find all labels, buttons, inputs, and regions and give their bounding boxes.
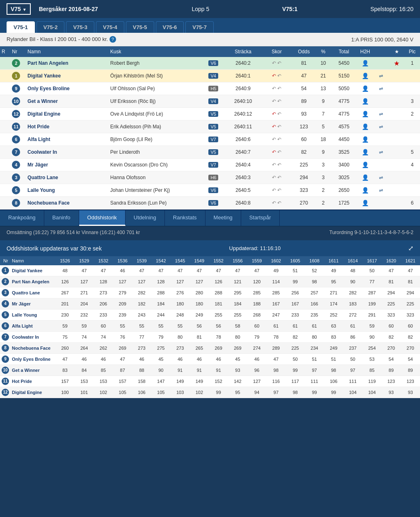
odds-val: 90 <box>151 365 171 376</box>
odds-val: 153 <box>75 376 94 387</box>
odds-val: 264 <box>75 343 94 354</box>
odds-val: 85 <box>363 365 382 376</box>
col-star: ★ <box>389 46 404 57</box>
tab-v75-4[interactable]: V75-4 <box>96 21 124 33</box>
odds-val: 56 <box>209 321 228 332</box>
col-start <box>207 46 225 57</box>
col-shuffle-val[interactable] <box>373 197 389 210</box>
shuffle-icon[interactable]: ⇌ <box>379 175 383 180</box>
odds-val: 89 <box>381 365 401 376</box>
col-h2h-val[interactable]: 👤 <box>357 82 373 95</box>
odds-nr: 6 <box>0 321 10 332</box>
col-h2h-val[interactable]: 👤 <box>357 70 373 82</box>
col-shuffle-val[interactable] <box>373 159 389 171</box>
shuffle-icon[interactable]: ⇌ <box>379 73 383 79</box>
odds-val: 81 <box>381 276 401 287</box>
tab-rankstats[interactable]: Rankstats <box>165 210 205 226</box>
col-star-val[interactable] <box>389 70 404 82</box>
col-odds-val: 82 <box>292 146 315 159</box>
tab-v75-2[interactable]: V75-2 <box>37 21 65 33</box>
col-shuffle-val[interactable]: ⇌ <box>373 82 389 95</box>
col-h2h-val[interactable]: 👤 <box>357 159 373 171</box>
shuffle-icon[interactable]: ⇌ <box>379 124 383 130</box>
star-icon[interactable]: ★ <box>394 60 399 67</box>
info-icon[interactable]: ? <box>110 36 116 43</box>
col-h2h-val[interactable]: 👤 <box>357 197 373 210</box>
shuffle-icon[interactable]: ⇌ <box>379 86 383 91</box>
odds-val: 149 <box>189 376 209 387</box>
col-star-val[interactable] <box>389 121 404 133</box>
odds-col-name: Namn <box>10 256 55 265</box>
col-shuffle-val[interactable] <box>373 57 389 70</box>
col-shuffle-val[interactable]: ⇌ <box>373 108 389 121</box>
odds-val: 262 <box>94 343 113 354</box>
col-shuffle-val[interactable]: ⇌ <box>373 171 389 184</box>
odds-val: 184 <box>228 298 247 310</box>
col-h2h-val[interactable]: 👤 <box>357 108 373 121</box>
odds-history-section: Oddshistorik uppdateras var 30:e sek Upp… <box>0 240 420 398</box>
col-star-val[interactable] <box>389 184 404 197</box>
odds-col-time: 1559 <box>247 256 267 265</box>
tab-v75-7[interactable]: V75-7 <box>185 21 214 33</box>
odds-val: 128 <box>151 276 171 287</box>
col-star-val[interactable] <box>389 197 404 210</box>
col-h2h-val[interactable]: 👤 <box>357 57 373 70</box>
odds-val: 47 <box>94 265 113 276</box>
col-h2h-val[interactable]: 👤 <box>357 133 373 146</box>
col-h2h-val[interactable]: 👤 <box>357 184 373 197</box>
odds-val: 127 <box>189 276 209 287</box>
shuffle-icon[interactable]: ⇌ <box>379 149 383 155</box>
col-plc-val: 6 <box>404 197 420 210</box>
shuffle-icon[interactable]: ⇌ <box>379 187 383 193</box>
odds-val: 225 <box>285 343 305 354</box>
col-star-val[interactable] <box>389 82 404 95</box>
table-row: 2 Part Nan Angelen Robert Bergh V6 2640:… <box>0 57 420 70</box>
odds-val: 61 <box>343 321 363 332</box>
odds-val: 95 <box>228 387 247 398</box>
col-shuffle-val[interactable]: ⇌ <box>373 184 389 197</box>
odds-val: 243 <box>132 310 151 321</box>
tab-oddshistorik[interactable]: Oddshistorik <box>79 210 126 226</box>
col-h2h-val[interactable]: 👤 <box>357 171 373 184</box>
col-star-val[interactable] <box>389 146 404 159</box>
tab-v75-3[interactable]: V75-3 <box>66 21 94 33</box>
tab-v75-5[interactable]: V75-5 <box>126 21 154 33</box>
col-star-val[interactable] <box>389 108 404 121</box>
odds-val: 46 <box>132 354 151 365</box>
col-star-val[interactable]: ★ <box>389 57 404 70</box>
odds-val: 285 <box>267 287 286 298</box>
col-r-val <box>0 95 10 108</box>
odds-val: 100 <box>55 387 75 398</box>
tab-baninfo[interactable]: Baninfo <box>44 210 79 226</box>
col-shuffle-val[interactable] <box>373 95 389 108</box>
tab-utdelning[interactable]: Utdelning <box>126 210 165 226</box>
col-star-val[interactable] <box>389 133 404 146</box>
tab-v75-6[interactable]: V75-6 <box>156 21 184 33</box>
tab-rankpoang[interactable]: Rankpoäng <box>0 210 44 226</box>
col-shuffle-val[interactable]: ⇌ <box>373 146 389 159</box>
odds-table-wrap: NrNamn1526152915321536153915421545154915… <box>0 256 420 398</box>
col-h2h-val[interactable]: 👤 <box>357 121 373 133</box>
col-shuffle-val[interactable]: ⇌ <box>373 121 389 133</box>
odds-val: 49 <box>324 265 343 276</box>
odds-col-time: 1542 <box>151 256 171 265</box>
tab-meeting[interactable]: Meeting <box>205 210 241 226</box>
tab-v75-1[interactable]: V75-1 <box>7 21 35 33</box>
odds-val: 93 <box>401 387 420 398</box>
odds-val: 48 <box>55 265 75 276</box>
col-shuffle-val[interactable] <box>373 133 389 146</box>
col-star-val[interactable] <box>389 95 404 108</box>
odds-val: 78 <box>267 332 286 343</box>
shuffle-icon[interactable]: ⇌ <box>379 111 383 117</box>
odds-val: 149 <box>171 376 190 387</box>
col-star-val[interactable] <box>389 171 404 184</box>
col-star-val[interactable] <box>389 159 404 171</box>
col-h2h-val[interactable]: 👤 <box>357 146 373 159</box>
expand-icon[interactable]: ⤢ <box>408 244 413 252</box>
col-h2h-val[interactable]: 👤 <box>357 95 373 108</box>
odds-val: 233 <box>285 310 305 321</box>
odds-col-time: 1621 <box>401 256 420 265</box>
tab-startspar[interactable]: Startspår <box>241 210 280 226</box>
col-shuffle-val[interactable]: ⇌ <box>373 70 389 82</box>
col-odds-val: 60 <box>292 133 315 146</box>
